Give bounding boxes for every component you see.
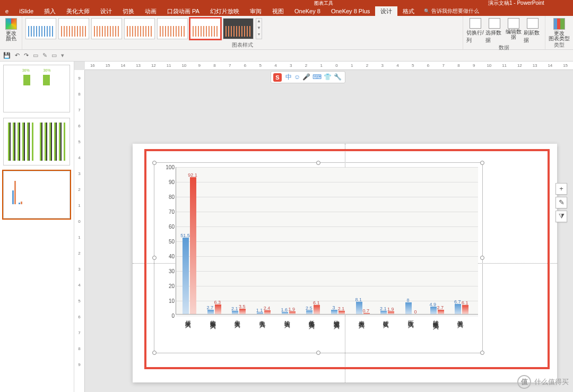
data-label: 2.7 (206, 305, 213, 310)
switch-row-col-button[interactable]: 切换行/列 (466, 18, 484, 44)
slide-editor: 1615141312111098765432101234567891011121… (74, 62, 573, 392)
chart-object[interactable]: 上期 本期 + ✎ ⧩ 010203040506070809010051.592… (154, 162, 483, 353)
data-label: 2.4 (264, 306, 271, 311)
ime-icon[interactable]: 中 (285, 73, 292, 81)
ribbon-tab[interactable]: 设计 (375, 6, 397, 16)
data-label: 2.1 (380, 306, 387, 311)
chart-bar (264, 310, 271, 314)
change-colors-button[interactable]: 更改 颜色 (3, 18, 19, 41)
grid-icon (489, 18, 500, 29)
undo-icon[interactable]: ↶ (15, 52, 20, 59)
data-label: 3.5 (239, 304, 246, 309)
y-tick-label: 0 (171, 313, 175, 319)
start-slideshow-icon[interactable]: ▭ (51, 52, 57, 59)
x-category-label: 焦炭收入 (233, 316, 241, 318)
chart-bar (455, 304, 461, 314)
qat-more-icon[interactable]: ▾ (61, 52, 64, 59)
redo-icon[interactable]: ↷ (24, 52, 29, 59)
ribbon-tab[interactable]: 幻灯片放映 (205, 6, 245, 16)
change-chart-type-button[interactable]: 更改 图表类型 (549, 18, 570, 41)
y-tick-label: 60 (169, 224, 175, 230)
chart-style-thumb[interactable] (25, 18, 56, 39)
ribbon-tab[interactable]: OneKey 8 Plus (326, 7, 375, 15)
y-tick-label: 10 (169, 298, 175, 304)
chart-filters-button[interactable]: ⧩ (555, 211, 567, 222)
chart-style-thumb[interactable] (223, 18, 254, 39)
save-icon[interactable]: 💾 (3, 52, 11, 59)
x-category-label: 矿建收入 (382, 316, 390, 318)
ribbon-tab[interactable]: 审阅 (245, 6, 267, 16)
slide-thumbnail-panel (0, 62, 74, 392)
ribbon-tab[interactable]: 设计 (95, 6, 117, 16)
data-label: 6.1 (462, 300, 468, 306)
edit-data-button[interactable]: 编辑数 据 (505, 18, 523, 44)
watermark-icon: 值 (517, 375, 531, 389)
chart-style-thumb[interactable] (124, 18, 155, 39)
slide-thumbnail[interactable] (3, 65, 70, 112)
data-label: 6.1 (313, 300, 320, 306)
ime-toolbar[interactable]: S 中☺🎤⌨👕🔧 (271, 71, 345, 83)
select-data-button[interactable]: 选择数据 (485, 18, 503, 44)
quick-access-toolbar: 💾 ↶ ↷ ▭ ✎ ▭ ▾ (0, 50, 573, 62)
refresh-icon (527, 18, 539, 29)
ribbon-tab[interactable]: 动画 (140, 6, 162, 16)
data-label: 1.6 (281, 307, 288, 312)
refresh-data-button[interactable]: 刷新数据 (524, 18, 542, 44)
ribbon-tab[interactable]: 插入 (39, 6, 61, 16)
ribbon-tab[interactable]: 美化大师 (61, 6, 95, 16)
chart-style-thumb-selected[interactable] (190, 18, 221, 39)
y-tick-label: 90 (169, 179, 175, 185)
chart-style-thumb[interactable] (157, 18, 188, 39)
horizontal-ruler: 1615141312111098765432101234567891011121… (85, 62, 573, 70)
ribbon-tab[interactable]: 视图 (267, 6, 289, 16)
gallery-up-icon[interactable]: ▲ (256, 19, 262, 25)
ribbon-tab[interactable]: 格式 (397, 6, 420, 16)
data-label: 6.3 (214, 300, 221, 305)
app-title: 演示文稿1 - PowerPoint (488, 0, 544, 6)
x-category-label: 其他收入 (456, 316, 464, 318)
data-label: 8.1 (355, 297, 362, 302)
ime-icon[interactable]: 👕 (324, 73, 332, 81)
chart-bar (306, 310, 312, 314)
ime-icon[interactable]: 🎤 (302, 73, 310, 81)
x-category-label: 医院收入 (407, 316, 415, 318)
x-category-label: 低热值煤收入 (308, 316, 316, 319)
gallery-more-icon[interactable]: ▾ (256, 32, 262, 39)
ribbon-tab[interactable]: 口袋动画 PA (162, 6, 205, 16)
data-label: 4.9 (429, 302, 436, 307)
x-category-label: 煤炭收入 (184, 316, 192, 318)
data-label: 6.7 (454, 299, 461, 304)
ime-icon[interactable]: 🔧 (334, 73, 342, 81)
data-label: 0.7 (362, 308, 369, 313)
tool-icon[interactable]: ✎ (42, 52, 47, 59)
ribbon-tab[interactable]: e (0, 7, 14, 15)
y-tick-label: 30 (169, 268, 175, 274)
data-label: 51.5 (180, 233, 190, 238)
ime-icon[interactable]: ☺ (294, 73, 300, 81)
slide-thumbnail-current[interactable] (3, 171, 70, 219)
chart-bar (430, 307, 437, 314)
tell-me-search[interactable]: 告诉我你想要做什么 (424, 7, 479, 15)
chart-bar (239, 309, 246, 314)
y-tick-label: 20 (169, 283, 175, 289)
ime-icon[interactable]: ⌨ (312, 73, 322, 81)
gallery-down-icon[interactable]: ▼ (256, 25, 262, 32)
slide-thumbnail[interactable] (3, 118, 70, 165)
y-tick-label: 100 (166, 164, 175, 170)
chart-styles-button[interactable]: ✎ (555, 197, 567, 208)
sogou-icon: S (273, 73, 282, 82)
chart-bar (438, 310, 444, 314)
chart-bar (462, 305, 468, 314)
chart-style-thumb[interactable] (91, 18, 122, 39)
tool-icon[interactable]: ▭ (33, 52, 38, 59)
y-tick-label: 70 (169, 209, 175, 215)
ribbon-tab[interactable]: iSlide (14, 7, 39, 15)
ribbon-tab[interactable]: 切换 (117, 6, 140, 16)
chart-plot-area (176, 167, 478, 315)
slide-canvas[interactable]: 上期 本期 + ✎ ⧩ 010203040506070809010051.592… (133, 144, 557, 382)
chart-style-thumb[interactable] (58, 18, 89, 39)
chart-styles-gallery[interactable]: ▲ ▼ ▾ (25, 18, 459, 39)
chart-elements-button[interactable]: + (555, 183, 567, 195)
ribbon-tab[interactable]: OneKey 8 (289, 7, 326, 15)
palette-icon (5, 18, 17, 30)
